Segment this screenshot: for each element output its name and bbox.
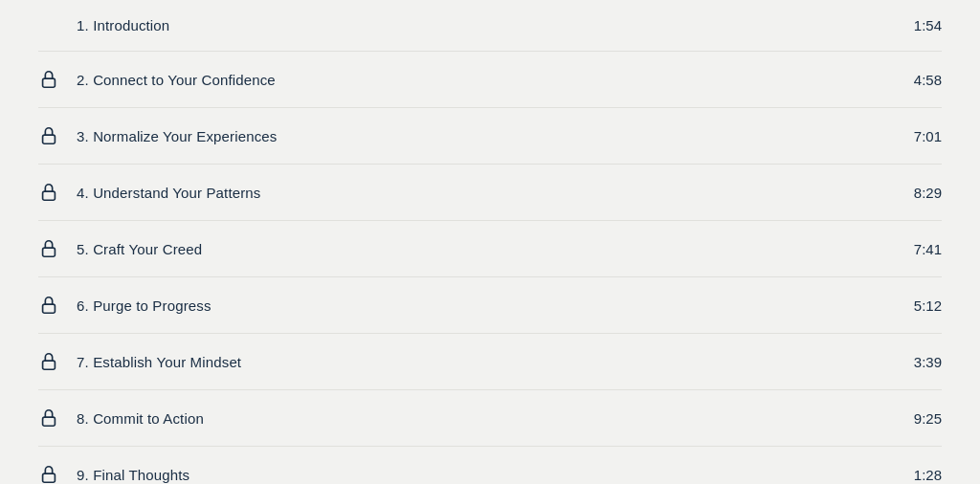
lock-icon <box>38 182 59 203</box>
item-duration-7: 3:39 <box>914 354 942 370</box>
svg-rect-0 <box>43 78 56 87</box>
item-title-3: 3. Normalize Your Experiences <box>77 128 895 144</box>
course-item-6[interactable]: 6. Purge to Progress5:12 <box>38 277 942 334</box>
course-item-8[interactable]: 8. Commit to Action9:25 <box>38 390 942 447</box>
course-item-7[interactable]: 7. Establish Your Mindset3:39 <box>38 334 942 390</box>
item-duration-3: 7:01 <box>914 128 942 144</box>
item-title-7: 7. Establish Your Mindset <box>77 354 895 370</box>
lock-icon <box>38 125 59 146</box>
course-list: 1. Introduction1:54 2. Connect to Your C… <box>0 0 980 484</box>
lock-icon <box>38 464 59 484</box>
item-title-1: 1. Introduction <box>77 17 895 33</box>
item-title-8: 8. Commit to Action <box>77 410 895 427</box>
svg-rect-5 <box>43 361 56 369</box>
svg-rect-4 <box>43 304 56 313</box>
lock-icon <box>38 69 59 90</box>
item-title-2: 2. Connect to Your Confidence <box>77 72 895 88</box>
lock-icon <box>38 238 59 259</box>
item-duration-2: 4:58 <box>914 72 942 88</box>
item-title-9: 9. Final Thoughts <box>77 467 895 483</box>
course-item-1[interactable]: 1. Introduction1:54 <box>38 0 942 52</box>
lock-icon <box>38 407 59 429</box>
item-duration-1: 1:54 <box>914 17 942 33</box>
svg-rect-6 <box>43 417 56 426</box>
lock-icon <box>38 351 59 372</box>
item-duration-5: 7:41 <box>914 241 942 257</box>
course-item-4[interactable]: 4. Understand Your Patterns8:29 <box>38 165 942 221</box>
item-duration-9: 1:28 <box>914 467 942 483</box>
svg-rect-3 <box>43 248 56 256</box>
svg-rect-2 <box>43 191 56 200</box>
course-item-9[interactable]: 9. Final Thoughts1:28 <box>38 447 942 484</box>
item-duration-8: 9:25 <box>914 410 942 427</box>
item-title-5: 5. Craft Your Creed <box>77 241 895 257</box>
course-item-5[interactable]: 5. Craft Your Creed7:41 <box>38 221 942 277</box>
lock-icon <box>38 295 59 316</box>
item-title-6: 6. Purge to Progress <box>77 297 895 314</box>
item-duration-4: 8:29 <box>914 185 942 201</box>
course-item-2[interactable]: 2. Connect to Your Confidence4:58 <box>38 52 942 108</box>
svg-rect-7 <box>43 473 56 482</box>
svg-rect-1 <box>43 135 56 143</box>
item-duration-6: 5:12 <box>914 297 942 314</box>
item-title-4: 4. Understand Your Patterns <box>77 185 895 201</box>
course-item-3[interactable]: 3. Normalize Your Experiences7:01 <box>38 108 942 165</box>
